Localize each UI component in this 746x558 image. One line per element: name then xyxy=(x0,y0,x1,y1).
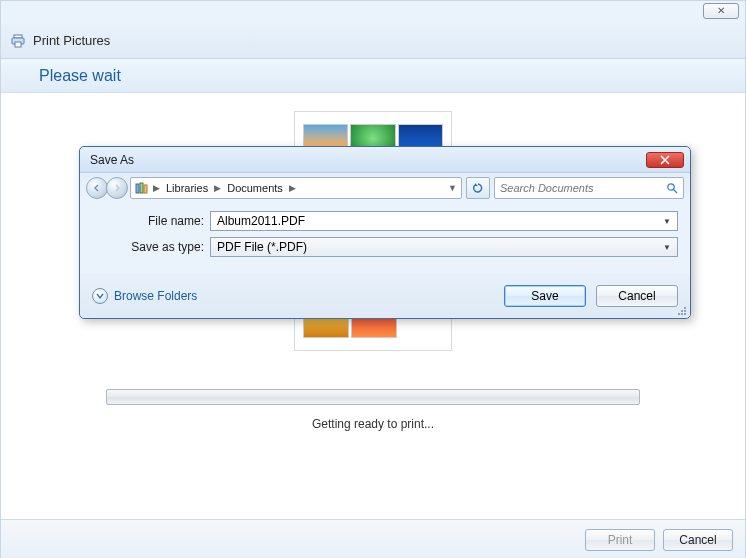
progress-bar xyxy=(106,389,640,405)
filename-field-wrap[interactable]: ▼ xyxy=(210,211,678,231)
chevron-down-icon: ▼ xyxy=(663,243,671,252)
window-header: Print Pictures xyxy=(1,23,745,59)
status-text: Getting ready to print... xyxy=(1,417,745,431)
saveas-cancel-button[interactable]: Cancel xyxy=(596,285,678,307)
svg-rect-5 xyxy=(144,185,147,193)
content-area: Please wait Getting ready to print... Sa… xyxy=(1,59,745,558)
filetype-select[interactable]: PDF File (*.PDF) ▼ xyxy=(210,237,678,257)
saveas-titlebar[interactable]: Save As xyxy=(80,147,690,173)
expand-circle-icon xyxy=(92,288,108,304)
chevron-down-icon[interactable]: ▼ xyxy=(663,217,671,226)
nav-forward-button[interactable] xyxy=(106,177,128,199)
outer-cancel-button[interactable]: Cancel xyxy=(663,529,733,551)
save-as-dialog: Save As ▶ xyxy=(79,146,691,319)
filename-input[interactable] xyxy=(217,214,663,228)
chevron-down-icon xyxy=(96,292,104,300)
browse-folders-toggle[interactable]: Browse Folders xyxy=(92,288,197,304)
filetype-label: Save as type: xyxy=(92,240,210,254)
saveas-form: File name: ▼ Save as type: PDF File (*.P… xyxy=(80,203,690,263)
chevron-right-icon: ▶ xyxy=(289,183,296,193)
please-wait-banner: Please wait xyxy=(1,59,745,93)
svg-line-7 xyxy=(674,190,678,194)
svg-rect-2 xyxy=(15,42,21,47)
window-title: Print Pictures xyxy=(33,33,110,48)
save-button[interactable]: Save xyxy=(504,285,586,307)
nav-back-button[interactable] xyxy=(86,177,108,199)
outer-close-button[interactable]: ✕ xyxy=(703,3,739,19)
arrow-right-icon xyxy=(112,183,122,193)
close-icon xyxy=(659,155,671,165)
saveas-title: Save As xyxy=(90,153,134,167)
search-input[interactable] xyxy=(500,182,666,194)
print-button: Print xyxy=(585,529,655,551)
breadcrumb-segment-documents[interactable]: Documents xyxy=(225,182,285,194)
saveas-close-button[interactable] xyxy=(646,152,684,168)
outer-button-bar: Print Cancel xyxy=(1,519,745,558)
breadcrumb-segment-libraries[interactable]: Libraries xyxy=(164,182,210,194)
libraries-icon xyxy=(135,182,149,194)
print-pictures-window: ✕ Print Pictures Please wait Getting rea… xyxy=(0,0,746,558)
search-icon xyxy=(666,182,678,194)
browse-folders-label: Browse Folders xyxy=(114,289,197,303)
saveas-footer: Browse Folders Save Cancel xyxy=(80,274,690,318)
resize-grip-icon[interactable] xyxy=(678,307,686,315)
chevron-right-icon: ▶ xyxy=(153,183,160,193)
arrow-left-icon xyxy=(92,183,102,193)
printer-icon xyxy=(11,34,25,48)
svg-point-6 xyxy=(668,184,674,190)
search-box[interactable] xyxy=(494,177,684,199)
filetype-value: PDF File (*.PDF) xyxy=(217,240,307,254)
saveas-nav-row: ▶ Libraries ▶ Documents ▶ ▼ xyxy=(80,173,690,203)
outer-titlebar: ✕ xyxy=(1,1,745,23)
filename-label: File name: xyxy=(92,214,210,228)
svg-rect-4 xyxy=(140,183,143,193)
refresh-button[interactable] xyxy=(466,177,490,199)
chevron-down-icon[interactable]: ▼ xyxy=(448,183,457,193)
refresh-icon xyxy=(472,182,484,194)
address-breadcrumb[interactable]: ▶ Libraries ▶ Documents ▶ ▼ xyxy=(130,177,462,199)
svg-rect-3 xyxy=(136,184,139,193)
chevron-right-icon: ▶ xyxy=(214,183,221,193)
